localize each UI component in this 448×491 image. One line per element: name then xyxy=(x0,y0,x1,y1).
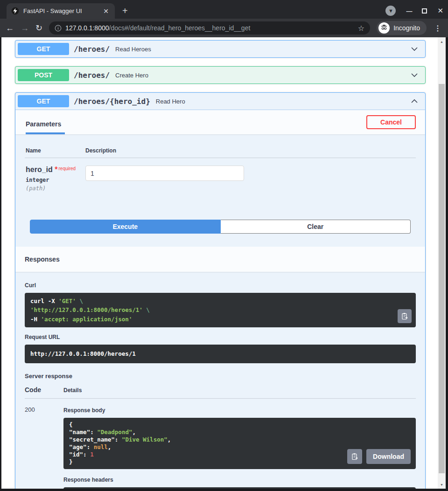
browser-menu-icon[interactable]: ⋮ xyxy=(433,24,442,33)
browser-toolbar: ← → ↻ 127.0.0.1:8000/docs#/default/read_… xyxy=(0,19,448,37)
incognito-badge: Incognito xyxy=(377,21,427,35)
url-text: 127.0.0.1:8000/docs#/default/read_hero_h… xyxy=(65,24,354,32)
parameter-row-hero-id: hero_id *required integer (path) xyxy=(25,158,416,198)
response-row-200: 200 Response body { "name": "Deadpond", … xyxy=(25,399,416,489)
url-host: 127.0.0.1:8000 xyxy=(65,24,109,32)
endpoint-summary: Read Hero xyxy=(156,98,185,105)
opblock-summary-create-hero[interactable]: POST /heroes/ Create Hero xyxy=(15,67,425,83)
response-headers-label: Response headers xyxy=(63,477,416,483)
server-response-label: Server response xyxy=(25,373,416,380)
cancel-button[interactable]: Cancel xyxy=(366,115,416,129)
opblock-summary-read-heroes[interactable]: GET /heroes/ Read Heroes xyxy=(15,41,425,57)
fastapi-favicon-icon xyxy=(11,7,19,15)
incognito-label: Incognito xyxy=(393,24,420,32)
method-badge-get: GET xyxy=(18,43,69,55)
page-info-icon[interactable] xyxy=(55,25,62,32)
request-url-label: Request URL xyxy=(25,334,416,340)
response-body-block: { "name": "Deadpond", "secret_name": "Di… xyxy=(63,418,416,469)
tab-title: FastAPI - Swagger UI xyxy=(23,7,98,14)
tab-parameters[interactable]: Parameters xyxy=(25,110,66,134)
responses-body: Curl curl -X 'GET' \ 'http://127.0.0.1:8… xyxy=(15,272,425,489)
chevron-down-icon[interactable] xyxy=(410,70,419,80)
endpoint-path: /heroes/ xyxy=(74,71,110,80)
parameter-type: integer xyxy=(26,177,85,183)
clear-button[interactable]: Clear xyxy=(221,220,411,234)
tab-search-caret-icon[interactable]: ▼ xyxy=(385,6,396,16)
copy-curl-button[interactable] xyxy=(398,309,412,323)
scroll-up-icon[interactable]: ▲ xyxy=(438,38,446,45)
details-column-header: Details xyxy=(63,387,416,394)
code-column-header: Code xyxy=(25,386,63,394)
copy-response-button[interactable] xyxy=(347,449,362,464)
opblock-read-heroes: GET /heroes/ Read Heroes xyxy=(15,40,426,58)
responses-title: Responses xyxy=(25,256,60,263)
hero-id-input[interactable] xyxy=(85,166,244,181)
required-asterisk: * xyxy=(55,166,57,173)
forward-icon[interactable]: → xyxy=(21,24,29,32)
reload-icon[interactable]: ↻ xyxy=(35,24,42,32)
request-url-value: http://127.0.0.1:8000/heroes/1 xyxy=(30,348,410,360)
parameters-header: Parameters Cancel xyxy=(15,110,425,134)
method-badge-post: POST xyxy=(18,69,69,81)
chevron-up-icon[interactable] xyxy=(410,97,419,106)
parameters-tab-label: Parameters xyxy=(26,113,65,134)
window-close-button[interactable]: ✕ xyxy=(437,7,443,15)
page-scrollbar[interactable]: ▲ ▼ xyxy=(438,37,446,489)
new-tab-button[interactable]: + xyxy=(122,7,128,15)
response-body-label: Response body xyxy=(63,407,416,414)
browser-tab[interactable]: FastAPI - Swagger UI ✕ xyxy=(7,3,115,19)
download-button[interactable]: Download xyxy=(366,449,411,464)
endpoint-path: /heroes/{hero_id} xyxy=(74,97,150,106)
minimize-button[interactable]: — xyxy=(406,7,412,14)
url-path: /docs#/default/read_hero_heroes__hero_id… xyxy=(109,24,251,32)
opblock-read-hero: GET /heroes/{hero_id} Read Hero Paramete… xyxy=(15,92,426,489)
column-header-description: Description xyxy=(85,147,416,154)
back-icon[interactable]: ← xyxy=(6,24,14,32)
endpoint-path: /heroes/ xyxy=(74,45,110,54)
endpoint-summary: Create Hero xyxy=(115,72,148,79)
parameters-table: Name Description hero_id *required integ… xyxy=(15,134,425,198)
bookmark-star-icon[interactable]: ☆ xyxy=(358,24,364,33)
endpoint-summary: Read Heroes xyxy=(115,46,151,53)
opblock-summary-read-hero[interactable]: GET /heroes/{hero_id} Read Hero xyxy=(15,93,425,110)
parameter-name: hero_id *required xyxy=(26,166,85,174)
responses-header: Responses xyxy=(15,247,425,272)
response-headers-block: content-length: 65content-type: applicat… xyxy=(63,487,416,489)
response-table-header: Code Details xyxy=(25,386,416,399)
execute-button[interactable]: Execute xyxy=(30,220,221,234)
curl-label: Curl xyxy=(25,282,416,289)
chevron-down-icon[interactable] xyxy=(410,44,419,54)
method-badge-get: GET xyxy=(18,95,69,107)
scrollbar-thumb[interactable] xyxy=(439,84,445,473)
request-url-block: http://127.0.0.1:8000/heroes/1 xyxy=(25,345,416,363)
scroll-down-icon[interactable]: ▼ xyxy=(438,481,446,488)
tab-close-icon[interactable]: ✕ xyxy=(102,7,110,15)
column-header-name: Name xyxy=(26,147,85,154)
curl-command-block: curl -X 'GET' \ 'http://127.0.0.1:8000/h… xyxy=(25,293,416,327)
required-label: required xyxy=(58,166,76,171)
browser-titlebar: FastAPI - Swagger UI ✕ + ▼ — ✕ xyxy=(0,0,448,19)
maximize-button[interactable] xyxy=(422,8,427,14)
parameter-location: (path) xyxy=(26,185,85,192)
execute-section: Execute Clear xyxy=(15,198,425,247)
opblock-create-hero: POST /heroes/ Create Hero xyxy=(15,66,426,84)
swagger-page: GET /heroes/ Read Heroes POST /heroes/ C… xyxy=(1,37,438,489)
incognito-icon xyxy=(378,22,390,34)
curl-command-text: curl -X 'GET' \ 'http://127.0.0.1:8000/h… xyxy=(30,297,410,324)
status-code: 200 xyxy=(25,406,63,489)
url-bar[interactable]: 127.0.0.1:8000/docs#/default/read_hero_h… xyxy=(49,21,370,35)
